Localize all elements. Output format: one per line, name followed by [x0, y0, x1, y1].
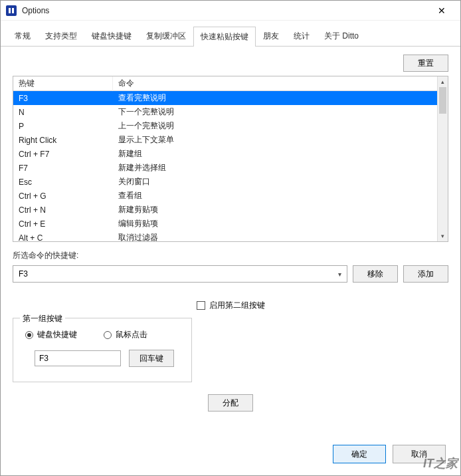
cell-command: 新建剪贴项 [113, 203, 448, 217]
titlebar: Options ✕ [1, 1, 460, 21]
cell-hotkey: Ctrl + E [13, 218, 113, 230]
table-scrollbar[interactable]: ▴ ▾ [437, 76, 448, 241]
tab-0[interactable]: 常规 [7, 26, 38, 46]
cell-command: 新建并选择组 [113, 161, 448, 175]
tab-content: 重置 热键 命令 F3查看完整说明N下一个完整说明P上一个完整说明Right C… [1, 47, 460, 419]
radio-mouse[interactable]: 鼠标点击 [104, 329, 147, 340]
table-row[interactable]: Ctrl + F7新建组 [13, 147, 448, 161]
svg-rect-0 [9, 8, 11, 13]
radio-dot-icon [104, 331, 112, 339]
close-button[interactable]: ✕ [428, 1, 455, 20]
enable-second-label: 启用第二组按键 [209, 300, 265, 311]
dialog-footer: 确定 取消 [333, 445, 446, 463]
header-hotkey[interactable]: 热键 [13, 76, 113, 91]
app-icon [6, 5, 17, 16]
cell-hotkey: F3 [13, 92, 113, 104]
cell-command: 取消过滤器 [113, 231, 448, 242]
table-row[interactable]: Ctrl + E编辑剪贴项 [13, 217, 448, 231]
radio-mouse-label: 鼠标点击 [116, 329, 147, 340]
table-row[interactable]: P上一个完整说明 [13, 119, 448, 133]
cell-hotkey: Right Click [13, 134, 113, 146]
group1-fieldset: 第一组按键 键盘快捷键 鼠标点击 回车键 [13, 318, 192, 382]
selected-hotkey-label: 所选命令的快捷键: [13, 250, 448, 261]
options-window: Options ✕ 常规支持类型键盘快捷键复制缓冲区快速粘贴按键朋友统计关于 D… [0, 0, 461, 476]
scroll-down-icon[interactable]: ▾ [438, 231, 448, 241]
table-row[interactable]: F3查看完整说明 [13, 91, 448, 105]
svg-rect-1 [12, 8, 14, 13]
cell-command: 显示上下文菜单 [113, 133, 448, 147]
cell-command: 关闭窗口 [113, 175, 448, 189]
table-row[interactable]: Alt + C取消过滤器 [13, 231, 448, 242]
table-row[interactable]: Ctrl + N新建剪贴项 [13, 203, 448, 217]
cell-command: 下一个完整说明 [113, 105, 448, 119]
table-row[interactable]: Right Click显示上下文菜单 [13, 133, 448, 147]
window-title: Options [22, 6, 428, 15]
cell-hotkey: N [13, 106, 113, 118]
cell-command: 编辑剪贴项 [113, 217, 448, 231]
tab-2[interactable]: 键盘快捷键 [84, 26, 139, 46]
reset-button[interactable]: 重置 [403, 55, 448, 72]
header-command[interactable]: 命令 [113, 76, 448, 91]
table-row[interactable]: N下一个完整说明 [13, 105, 448, 119]
cell-hotkey: Ctrl + F7 [13, 148, 113, 160]
table-row[interactable]: Ctrl + G查看组 [13, 189, 448, 203]
cell-hotkey: Alt + C [13, 232, 113, 243]
radio-keyboard[interactable]: 键盘快捷键 [25, 329, 77, 340]
tab-4[interactable]: 快速粘贴按键 [193, 27, 256, 47]
tab-5[interactable]: 朋友 [256, 26, 286, 46]
table-header: 热键 命令 [13, 76, 448, 91]
scroll-thumb[interactable] [439, 87, 446, 114]
remove-button[interactable]: 移除 [353, 265, 398, 283]
selected-hotkey-combo[interactable]: F3 ▾ [13, 265, 347, 283]
selected-hotkey-value: F3 [19, 269, 28, 279]
chevron-down-icon: ▾ [338, 271, 341, 278]
assign-button[interactable]: 分配 [208, 394, 253, 412]
cell-hotkey: F7 [13, 162, 113, 174]
hotkey-input[interactable] [35, 350, 121, 366]
ok-button[interactable]: 确定 [333, 445, 386, 463]
enter-button[interactable]: 回车键 [129, 350, 174, 367]
radio-keyboard-label: 键盘快捷键 [37, 329, 77, 340]
cell-command: 查看组 [113, 189, 448, 203]
scroll-up-icon[interactable]: ▴ [438, 76, 448, 87]
hotkey-table: 热键 命令 F3查看完整说明N下一个完整说明P上一个完整说明Right Clic… [13, 76, 448, 242]
cell-hotkey: Esc [13, 176, 113, 188]
add-button[interactable]: 添加 [403, 265, 448, 283]
cell-command: 上一个完整说明 [113, 119, 448, 133]
cancel-button[interactable]: 取消 [393, 445, 446, 463]
cell-hotkey: P [13, 120, 113, 132]
tab-1[interactable]: 支持类型 [38, 26, 84, 46]
table-row[interactable]: F7新建并选择组 [13, 161, 448, 175]
cell-command: 查看完整说明 [113, 91, 448, 105]
enable-second-checkbox[interactable] [197, 301, 205, 310]
radio-dot-icon [25, 331, 33, 339]
tab-6[interactable]: 统计 [286, 26, 317, 46]
tab-7[interactable]: 关于 Ditto [317, 26, 366, 46]
cell-hotkey: Ctrl + G [13, 190, 113, 202]
table-row[interactable]: Esc关闭窗口 [13, 175, 448, 189]
tab-bar: 常规支持类型键盘快捷键复制缓冲区快速粘贴按键朋友统计关于 Ditto [1, 21, 460, 47]
cell-command: 新建组 [113, 147, 448, 161]
tab-3[interactable]: 复制缓冲区 [139, 26, 193, 46]
group1-legend: 第一组按键 [20, 313, 65, 324]
cell-hotkey: Ctrl + N [13, 204, 113, 216]
